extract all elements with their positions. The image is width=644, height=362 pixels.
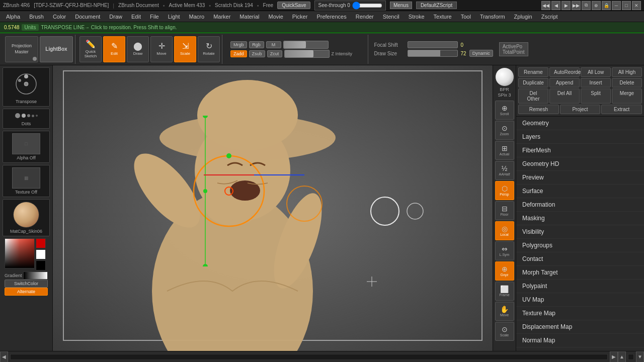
draw-slider[interactable]	[408, 50, 458, 57]
menu-item-texture[interactable]: Texture	[430, 13, 456, 21]
right-menu-item-vector-displacement-map[interactable]: Vector Displacement Map	[516, 347, 644, 351]
focal-slider[interactable]	[408, 41, 458, 48]
move-button[interactable]: ✛ Move	[150, 36, 173, 62]
del-all-button[interactable]: Del All	[549, 88, 580, 104]
bottom-scrollbar[interactable]	[10, 354, 608, 360]
actual-button[interactable]: ⊞ Actual	[495, 141, 514, 160]
projection-master-button[interactable]: Projection Master	[5, 36, 38, 62]
status-units[interactable]: Units	[22, 24, 39, 31]
floor-button[interactable]: ⊟ Floor	[495, 201, 514, 220]
right-menu-item-surface[interactable]: Surface	[516, 185, 644, 198]
menu-item-brush[interactable]: Brush	[25, 13, 48, 21]
right-menu-item-polygroups[interactable]: Polygroups	[516, 239, 644, 252]
strip-move-button[interactable]: ✋ Move	[495, 302, 514, 321]
strip-scale-button[interactable]: ⊙ Scale	[495, 322, 514, 341]
right-menu-item-layers[interactable]: Layers	[516, 130, 644, 144]
nav-icon-4[interactable]: ▶▶	[572, 1, 581, 10]
duplicate-button[interactable]: Duplicate	[518, 78, 548, 87]
right-menu-item-uv-map[interactable]: UV Map	[516, 293, 644, 307]
menu-item-material[interactable]: Material	[235, 13, 263, 21]
all-low-button[interactable]: All Low	[581, 67, 611, 77]
menu-item-file[interactable]: File	[146, 13, 163, 21]
menu-item-zscript[interactable]: Zscript	[537, 13, 562, 21]
all-high-button[interactable]: All High	[612, 67, 642, 77]
zsub-button[interactable]: Zsub	[249, 50, 265, 57]
split-button[interactable]: Split	[581, 88, 611, 104]
right-menu-item-texture-map[interactable]: Texture Map	[516, 307, 644, 320]
right-menu-item-geometry-hd[interactable]: Geometry HD	[516, 157, 644, 171]
script-button[interactable]: DefaultZScript	[416, 2, 457, 9]
switch-color-btn[interactable]: SwitchColor	[5, 280, 48, 288]
nav-icon-paste[interactable]: ⊕	[592, 1, 601, 10]
rename-button[interactable]: Rename	[518, 67, 548, 77]
gxyz-button[interactable]: ⊕ Gxyz	[495, 261, 514, 281]
quick-sketch-button[interactable]: ✏️ Quick Sketch	[79, 36, 102, 62]
bottom-scrollbar-v[interactable]	[628, 354, 634, 360]
rotate-button[interactable]: ↻ Rotate	[198, 36, 220, 62]
right-menu-item-fibermesh[interactable]: FiberMesh	[516, 144, 644, 157]
matcap-widget[interactable]: MatCap_Skin06	[3, 199, 50, 236]
project-button[interactable]: Project	[560, 105, 601, 114]
dynamic-button[interactable]: Dynamic	[469, 50, 493, 57]
persp-button[interactable]: ⬡ Persp	[495, 181, 514, 200]
remesh-button[interactable]: Remesh	[518, 105, 559, 114]
nav-icon-2[interactable]: ◀	[551, 1, 560, 10]
rgb-button[interactable]: Rgb	[249, 41, 264, 48]
bottom-arrow-right[interactable]: ▶	[610, 351, 618, 363]
merge-button[interactable]: Merge	[612, 88, 642, 104]
menu-item-edit[interactable]: Edit	[127, 13, 145, 21]
menu-item-render[interactable]: Render	[352, 13, 378, 21]
right-menu-item-preview[interactable]: Preview	[516, 171, 644, 185]
seethrough-area[interactable]: See-through 0	[314, 1, 385, 11]
menu-item-color[interactable]: Color	[49, 13, 70, 21]
nav-icon-max[interactable]: □	[622, 1, 631, 10]
draw-button[interactable]: ⬤ Draw	[127, 36, 149, 62]
del-other-button[interactable]: Del Other	[518, 88, 548, 104]
zadd-button[interactable]: Zadd	[230, 50, 247, 57]
color-swatch-white[interactable]	[36, 249, 46, 259]
menu-item-stroke[interactable]: Stroke	[405, 13, 429, 21]
local-button[interactable]: ◎ Local	[495, 221, 514, 240]
rgb-slider[interactable]	[283, 41, 329, 49]
menu-item-marker[interactable]: Marker	[209, 13, 234, 21]
append-button[interactable]: Append	[549, 78, 580, 87]
menu-item-zplugin[interactable]: Zplugin	[510, 13, 536, 21]
edit-button[interactable]: ✎ Edit	[103, 36, 125, 62]
alternate-btn[interactable]: Alternate	[5, 288, 48, 296]
right-menu-item-masking[interactable]: Masking	[516, 212, 644, 225]
right-menu-item-deformation[interactable]: Deformation	[516, 198, 644, 212]
nav-icon-lock[interactable]: 🔒	[602, 1, 611, 10]
right-menu-item-contact[interactable]: Contact	[516, 252, 644, 266]
menu-item-transform[interactable]: Transform	[476, 13, 509, 21]
menu-item-macro[interactable]: Macro	[185, 13, 209, 21]
aahalf-button[interactable]: ½ AAHalf	[495, 161, 514, 180]
zcut-button[interactable]: Zcut	[267, 50, 282, 57]
nav-icon-close[interactable]: ✕	[632, 1, 641, 10]
right-menu-item-polypaint[interactable]: Polypaint	[516, 280, 644, 293]
insert-button[interactable]: Insert	[581, 78, 611, 87]
right-menu-item-displacement-map[interactable]: Displacement Map	[516, 320, 644, 334]
autoreorder-button[interactable]: AutoReorder	[549, 67, 580, 77]
menu-item-movie[interactable]: Movie	[264, 13, 287, 21]
color-picker-square[interactable]	[5, 238, 35, 268]
lsym-button[interactable]: ⇔ L.Sym	[495, 241, 514, 260]
right-menu-item-visibility[interactable]: Visibility	[516, 225, 644, 239]
bottom-arrow-down[interactable]: ▼	[636, 351, 644, 363]
menu-item-document[interactable]: Document	[71, 13, 104, 21]
lightbox-button[interactable]: LightBox	[40, 36, 73, 62]
bottom-arrow-up[interactable]: ▲	[618, 351, 626, 363]
canvas-area[interactable]	[53, 65, 493, 351]
nav-icon-1[interactable]: ◀◀	[541, 1, 550, 10]
nav-icon-copy[interactable]: ⧉	[582, 1, 591, 10]
m-button[interactable]: M	[266, 41, 281, 48]
menu-item-preferences[interactable]: Preferences	[312, 13, 350, 21]
menus-button[interactable]: Menus	[390, 2, 412, 9]
mrgb-button[interactable]: Mrgb	[230, 41, 247, 48]
right-menu-item-geometry[interactable]: Geometry	[516, 117, 644, 130]
menu-item-picker[interactable]: Picker	[288, 13, 312, 21]
scale-button[interactable]: ⇲ Scale	[174, 36, 196, 62]
scroll-button[interactable]: ⊕ Scroll	[495, 101, 514, 120]
menu-item-tool[interactable]: Tool	[457, 13, 475, 21]
zoom-button[interactable]: ⊙ Zoom	[495, 121, 514, 140]
delete-button[interactable]: Delete	[612, 78, 642, 87]
